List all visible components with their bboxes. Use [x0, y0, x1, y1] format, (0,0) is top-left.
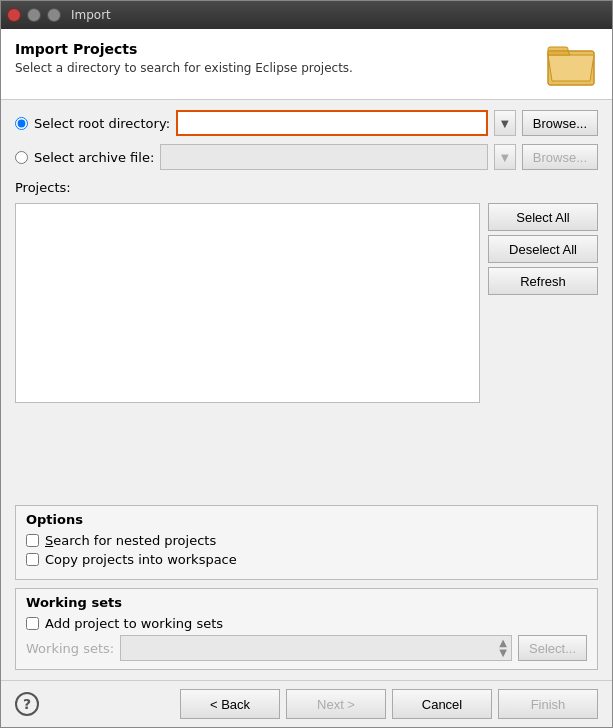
projects-label: Projects:	[15, 180, 598, 195]
projects-list[interactable]	[15, 203, 480, 403]
refresh-button[interactable]: Refresh	[488, 267, 598, 295]
working-sets-title: Working sets	[26, 595, 587, 610]
back-button[interactable]: < Back	[180, 689, 280, 719]
options-title: Options	[26, 512, 587, 527]
archive-file-input	[160, 144, 488, 170]
svg-marker-3	[548, 55, 594, 81]
add-to-working-sets-row: Add project to working sets	[26, 616, 587, 631]
page-title: Import Projects	[15, 41, 353, 57]
deselect-all-button[interactable]: Deselect All	[488, 235, 598, 263]
content-area: Select root directory: ▼ Browse... Selec…	[1, 100, 612, 680]
add-working-sets-label: Add project to working sets	[45, 616, 223, 631]
archive-file-radio[interactable]	[15, 151, 28, 164]
cancel-button[interactable]: Cancel	[392, 689, 492, 719]
window-title: Import	[71, 8, 111, 22]
search-nested-checkbox[interactable]	[26, 534, 39, 547]
close-button[interactable]	[7, 8, 21, 22]
copy-projects-checkbox[interactable]	[26, 553, 39, 566]
minimize-button[interactable]	[27, 8, 41, 22]
archive-file-browse-button: Browse...	[522, 144, 598, 170]
root-dir-radio[interactable]	[15, 117, 28, 130]
working-sets-combo: ▲ ▼	[120, 635, 512, 661]
copy-projects-row: Copy projects into workspace	[26, 552, 587, 567]
root-dir-browse-button[interactable]: Browse...	[522, 110, 598, 136]
svg-marker-4	[548, 51, 570, 55]
add-working-sets-checkbox[interactable]	[26, 617, 39, 630]
archive-file-label: Select archive file:	[34, 150, 154, 165]
help-button[interactable]: ?	[15, 692, 39, 716]
working-sets-section: Working sets Add project to working sets…	[15, 588, 598, 670]
working-sets-combo-row: Working sets: ▲ ▼ Select...	[26, 635, 587, 661]
working-sets-combo-arrows: ▲ ▼	[499, 638, 507, 658]
archive-file-dropdown-arrow: ▼	[494, 144, 516, 170]
folder-icon	[546, 37, 598, 89]
working-sets-label: Working sets:	[26, 641, 114, 656]
header-text: Import Projects Select a directory to se…	[15, 41, 353, 75]
root-dir-label: Select root directory:	[34, 116, 170, 131]
options-section: Options Search for nested projects Copy …	[15, 505, 598, 580]
projects-buttons: Select All Deselect All Refresh	[488, 203, 598, 497]
footer: ? < Back Next > Cancel Finish	[1, 680, 612, 727]
root-dir-input[interactable]	[176, 110, 488, 136]
archive-file-row: Select archive file: ▼ Browse...	[15, 144, 598, 170]
maximize-button[interactable]	[47, 8, 61, 22]
import-dialog: Import Import Projects Select a director…	[0, 0, 613, 728]
root-dir-dropdown-arrow[interactable]: ▼	[494, 110, 516, 136]
search-nested-row: Search for nested projects	[26, 533, 587, 548]
projects-area: Select All Deselect All Refresh	[15, 203, 598, 497]
select-all-button[interactable]: Select All	[488, 203, 598, 231]
search-nested-label: Search for nested projects	[45, 533, 216, 548]
titlebar: Import	[1, 1, 612, 29]
header: Import Projects Select a directory to se…	[1, 29, 612, 100]
working-sets-select-button: Select...	[518, 635, 587, 661]
next-button: Next >	[286, 689, 386, 719]
finish-button: Finish	[498, 689, 598, 719]
page-subtitle: Select a directory to search for existin…	[15, 61, 353, 75]
footer-buttons: < Back Next > Cancel Finish	[180, 689, 598, 719]
root-dir-row: Select root directory: ▼ Browse...	[15, 110, 598, 136]
copy-projects-label: Copy projects into workspace	[45, 552, 237, 567]
